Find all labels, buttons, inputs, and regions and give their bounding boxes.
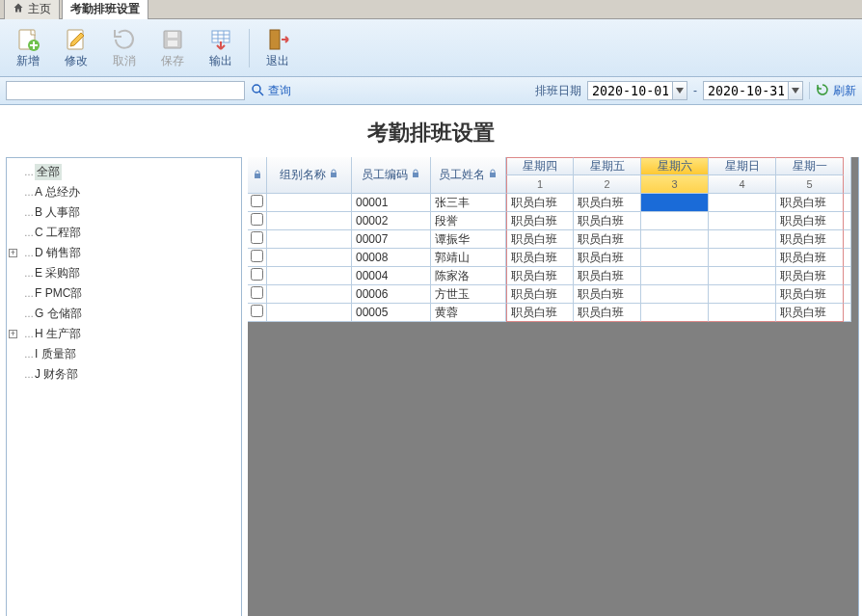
tab-current[interactable]: 考勤排班设置 <box>62 0 148 19</box>
cell-day[interactable] <box>709 230 776 249</box>
search-input[interactable] <box>6 81 245 100</box>
cell-group[interactable] <box>267 285 352 304</box>
table-row[interactable]: 00006方世玉职员白班职员白班职员白班 <box>248 285 851 304</box>
tree-node[interactable]: …I 质量部 <box>9 344 239 364</box>
table-row[interactable]: 00001张三丰职员白班职员白班职员白班 <box>248 194 851 212</box>
cell-empname[interactable]: 黄蓉 <box>431 304 506 322</box>
exit-button[interactable]: 退出 <box>256 23 300 72</box>
cell-day[interactable]: 职员白班 <box>506 249 574 267</box>
col-day3-header[interactable]: 星期六 <box>641 157 709 175</box>
cell-day[interactable]: 职员白班 <box>506 212 574 230</box>
grid-scroll[interactable]: 组别名称 员工编码 员工姓名 星期四 星期五 星期六 星期日 星期一 1 2 3 <box>248 157 858 616</box>
row-checkbox[interactable] <box>251 305 263 317</box>
cell-empname[interactable]: 陈家洛 <box>431 267 506 285</box>
query-button[interactable]: 查询 <box>251 83 291 99</box>
cell-day[interactable] <box>641 285 709 304</box>
cell-day[interactable] <box>709 249 776 267</box>
cell-day[interactable]: 职员白班 <box>574 194 641 212</box>
export-button[interactable]: 输出 <box>199 23 243 72</box>
date-from[interactable] <box>587 81 687 100</box>
tree-node[interactable]: …全部 <box>9 162 239 182</box>
cell-day[interactable] <box>641 230 709 249</box>
cell-group[interactable] <box>267 194 352 212</box>
cell-empcode[interactable]: 00007 <box>352 230 431 249</box>
cell-day[interactable]: 职员白班 <box>506 230 574 249</box>
col-day5-header[interactable]: 星期一 <box>776 157 844 175</box>
cell-day[interactable]: 职员白班 <box>776 194 844 212</box>
refresh-button[interactable]: 刷新 <box>816 83 856 99</box>
date-from-dropdown[interactable] <box>672 81 687 100</box>
cell-day[interactable] <box>709 304 776 322</box>
edit-button[interactable]: 修改 <box>54 23 98 72</box>
cell-day[interactable] <box>641 304 709 322</box>
cell-day[interactable]: 职员白班 <box>574 230 641 249</box>
row-checkbox[interactable] <box>251 231 263 244</box>
cell-group[interactable] <box>267 230 352 249</box>
cell-empname[interactable]: 方世玉 <box>431 285 506 304</box>
cell-empcode[interactable]: 00001 <box>352 194 431 212</box>
row-checkbox[interactable] <box>251 250 263 262</box>
expander-icon[interactable]: + <box>9 330 17 338</box>
tree-node[interactable]: …A 总经办 <box>9 182 239 202</box>
row-checkbox[interactable] <box>251 286 263 299</box>
expander-icon[interactable]: + <box>9 249 17 257</box>
cell-empcode[interactable]: 00006 <box>352 285 431 304</box>
date-to-dropdown[interactable] <box>788 81 803 100</box>
cell-day[interactable]: 职员白班 <box>506 267 574 285</box>
table-row[interactable]: 00007谭振华职员白班职员白班职员白班 <box>248 230 851 249</box>
col-group-header[interactable]: 组别名称 <box>267 157 352 194</box>
cell-day[interactable] <box>641 212 709 230</box>
row-checkbox[interactable] <box>251 195 263 207</box>
tree-node[interactable]: …F PMC部 <box>9 283 239 304</box>
cell-day[interactable]: 职员白班 <box>776 249 844 267</box>
cell-day[interactable] <box>641 267 709 285</box>
row-checkbox[interactable] <box>251 268 263 281</box>
cell-empcode[interactable]: 00002 <box>352 212 431 230</box>
cell-day[interactable]: 职员白班 <box>574 267 641 285</box>
table-row[interactable]: 00004陈家洛职员白班职员白班职员白班 <box>248 267 851 285</box>
row-checkbox[interactable] <box>251 213 263 226</box>
col-empcode-header[interactable]: 员工编码 <box>352 157 431 194</box>
col-day2-header[interactable]: 星期五 <box>574 157 641 175</box>
tree-node[interactable]: …J 财务部 <box>9 364 239 385</box>
cell-group[interactable] <box>267 249 352 267</box>
cell-day[interactable]: 职员白班 <box>506 285 574 304</box>
cell-day[interactable] <box>641 249 709 267</box>
table-row[interactable]: 00008郭靖山职员白班职员白班职员白班 <box>248 249 851 267</box>
cell-day[interactable]: 职员白班 <box>574 212 641 230</box>
cell-empcode[interactable]: 00004 <box>352 267 431 285</box>
cell-day[interactable] <box>709 267 776 285</box>
cell-day[interactable] <box>709 212 776 230</box>
cell-day[interactable]: 职员白班 <box>574 304 641 322</box>
cell-empcode[interactable]: 00008 <box>352 249 431 267</box>
date-to[interactable] <box>703 81 803 100</box>
cell-empname[interactable]: 张三丰 <box>431 194 506 212</box>
tree-node[interactable]: …B 人事部 <box>9 202 239 223</box>
cell-day[interactable]: 职员白班 <box>776 285 844 304</box>
cell-empname[interactable]: 谭振华 <box>431 230 506 249</box>
cell-day[interactable]: 职员白班 <box>776 230 844 249</box>
tab-home[interactable]: 主页 <box>4 0 60 19</box>
cell-day[interactable] <box>641 194 709 212</box>
tree-node[interactable]: …C 工程部 <box>9 223 239 243</box>
sidebar-tree[interactable]: …全部…A 总经办…B 人事部…C 工程部+…D 销售部…E 采购部…F PMC… <box>6 157 242 616</box>
cell-empname[interactable]: 段誉 <box>431 212 506 230</box>
cell-day[interactable]: 职员白班 <box>574 249 641 267</box>
cell-day[interactable] <box>709 194 776 212</box>
cell-empcode[interactable]: 00005 <box>352 304 431 322</box>
tree-node[interactable]: +…H 生产部 <box>9 324 239 344</box>
cell-group[interactable] <box>267 212 352 230</box>
table-row[interactable]: 00002段誉职员白班职员白班职员白班 <box>248 212 851 230</box>
table-row[interactable]: 00005黄蓉职员白班职员白班职员白班 <box>248 304 851 322</box>
col-empname-header[interactable]: 员工姓名 <box>431 157 506 194</box>
tree-node[interactable]: +…D 销售部 <box>9 243 239 263</box>
date-to-input[interactable] <box>703 81 788 100</box>
cell-day[interactable]: 职员白班 <box>506 194 574 212</box>
col-day1-header[interactable]: 星期四 <box>506 157 574 175</box>
cell-day[interactable]: 职员白班 <box>776 212 844 230</box>
cell-group[interactable] <box>267 304 352 322</box>
date-from-input[interactable] <box>587 81 672 100</box>
cell-group[interactable] <box>267 267 352 285</box>
tree-node[interactable]: …G 仓储部 <box>9 304 239 324</box>
cell-day[interactable] <box>709 285 776 304</box>
